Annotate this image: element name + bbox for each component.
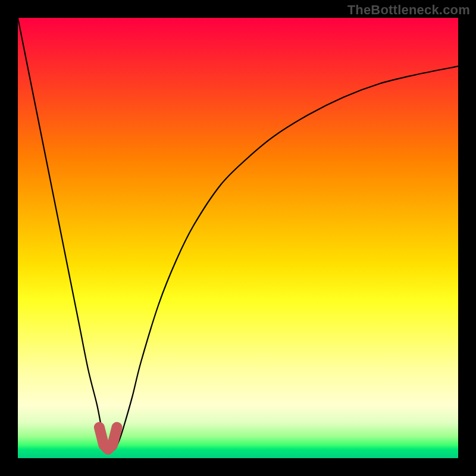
chart-frame: TheBottleneck.com: [0, 0, 476, 476]
watermark-text: TheBottleneck.com: [347, 2, 470, 18]
u-marker: [99, 427, 117, 449]
bottleneck-curve-left: [18, 18, 110, 449]
chart-svg: [18, 18, 458, 458]
bottleneck-curve-right: [110, 66, 458, 450]
plot-area: [18, 18, 458, 458]
